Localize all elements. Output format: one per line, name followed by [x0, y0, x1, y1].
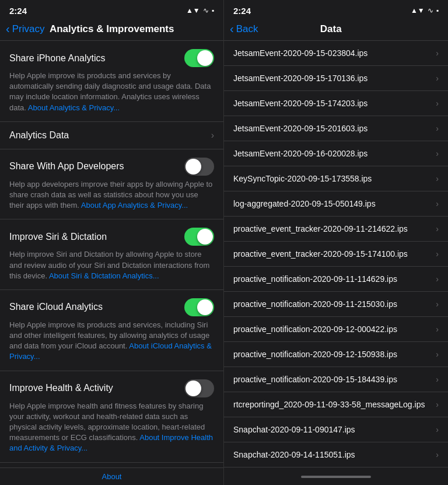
file-item[interactable]: proactive_event_tracker-2020-09-11-21462… [224, 217, 448, 242]
file-item[interactable]: JetsamEvent-2020-09-15-023804.ips› [224, 41, 448, 66]
toggle-knob-siri [197, 229, 213, 245]
status-bar-left: 2:24 ▲▼ ∿ ▪ [0, 0, 223, 19]
file-item[interactable]: rtcreportingd_2020-09-11-09-33-58_messag… [224, 392, 448, 417]
file-name: proactive_event_tracker-2020-09-15-17410… [233, 249, 431, 259]
file-chevron-icon: › [436, 48, 439, 58]
back-chevron-left: ‹ [6, 22, 10, 36]
battery-icon: ▪ [212, 6, 214, 15]
setting-improve-siri: Improve Siri & Dictation Help improve Si… [0, 219, 223, 290]
time-right: 2:24 [233, 6, 251, 16]
setting-label-analytics-data: Analytics Data [9, 130, 69, 141]
right-nav-title: Data [258, 23, 404, 35]
setting-health-activity: Improve Health & Activity Help Apple imp… [0, 371, 223, 463]
file-item[interactable]: JetsamEvent-2020-09-15-201603.ips› [224, 116, 448, 141]
file-name: proactive_notification-2020-09-12-000422… [233, 325, 431, 334]
toggle-siri[interactable] [184, 228, 214, 246]
wifi-icon-right: ∿ [428, 6, 433, 15]
file-item[interactable]: proactive_notification-2020-09-11-114629… [224, 267, 448, 292]
setting-analytics-data[interactable]: Analytics Data › [0, 122, 223, 149]
file-item[interactable]: log-aggregated-2020-09-15-050149.ips› [224, 191, 448, 217]
file-list: JetsamEvent-2020-09-15-023804.ips›Jetsam… [224, 41, 448, 469]
file-item[interactable]: proactive_event_tracker-2020-09-15-17410… [224, 242, 448, 267]
link-analytics-privacy[interactable]: About Analytics & Privacy... [28, 103, 120, 112]
file-chevron-icon: › [436, 325, 439, 334]
file-name: JetsamEvent-2020-09-16-020028.ips [233, 149, 431, 158]
file-name: Snapchat-2020-09-14-115051.ips [233, 450, 431, 459]
right-panel: 2:24 ▲▼ ∿ ▪ ‹ Back Data JetsamEvent-2020… [224, 0, 448, 485]
status-icons-left: ▲▼ ∿ ▪ [186, 6, 214, 15]
toggle-app-dev[interactable] [184, 158, 214, 176]
setting-label-icloud: Share iCloud Analytics [9, 302, 103, 312]
file-chevron-icon: › [436, 174, 439, 183]
toggle-icloud[interactable] [184, 298, 214, 316]
file-chevron-icon: › [436, 400, 439, 409]
back-chevron-right: ‹ [230, 22, 234, 36]
desc-health: Help Apple improve health and fitness fe… [9, 401, 214, 454]
settings-list: Share iPhone Analytics Help Apple improv… [0, 41, 223, 467]
bottom-bar-left: About [0, 467, 223, 485]
file-chevron-icon: › [436, 450, 439, 459]
toggle-health[interactable] [184, 379, 214, 397]
file-item[interactable]: JetsamEvent-2020-09-15-174203.ips› [224, 91, 448, 116]
file-item[interactable]: Snapchat-2020-09-11-090147.ips› [224, 417, 448, 442]
status-bar-right: 2:24 ▲▼ ∿ ▪ [224, 0, 448, 19]
home-bar [301, 476, 371, 478]
about-link[interactable]: About [102, 472, 122, 481]
status-icons-right: ▲▼ ∿ ▪ [411, 6, 439, 15]
nav-bar-left: ‹ Privacy Analytics & Improvements [0, 19, 223, 41]
left-nav-title: Analytics & Improvements [44, 23, 179, 35]
setting-share-iphone-analytics: Share iPhone Analytics Help Apple improv… [0, 41, 223, 122]
file-name: JetsamEvent-2020-09-15-023804.ips [233, 48, 431, 58]
wifi-icon: ∿ [203, 6, 209, 15]
setting-share-app-developers: Share With App Developers Help app devel… [0, 149, 223, 220]
file-item[interactable]: proactive_notification-2020-09-12-000422… [224, 317, 448, 342]
link-health-privacy[interactable]: About Improve Health and Activity & Priv… [9, 433, 213, 452]
file-name: JetsamEvent-2020-09-15-201603.ips [233, 124, 431, 133]
back-label-left: Privacy [12, 23, 45, 35]
file-item[interactable]: JetsamEvent-2020-09-16-020028.ips› [224, 141, 448, 166]
file-item[interactable]: proactive_notification-2020-09-11-215030… [224, 292, 448, 317]
file-chevron-icon: › [436, 124, 439, 133]
arrow-analytics-data: › [211, 130, 214, 141]
file-chevron-icon: › [436, 199, 439, 208]
back-button-right[interactable]: ‹ Back [230, 22, 258, 36]
back-button-left[interactable]: ‹ Privacy [6, 22, 44, 36]
file-item[interactable]: proactive_notification-2020-09-12-150938… [224, 342, 448, 367]
file-chevron-icon: › [436, 274, 439, 284]
desc-siri: Help improve Siri and Dictation by allow… [9, 249, 214, 281]
file-chevron-icon: › [436, 149, 439, 158]
link-icloud-analytics[interactable]: About iCloud Analytics & Privacy... [9, 341, 212, 361]
file-chevron-icon: › [436, 249, 439, 259]
signal-icon-right: ▲▼ [411, 6, 425, 15]
battery-icon-right: ▪ [436, 6, 439, 15]
setting-label-share-iphone: Share iPhone Analytics [9, 53, 106, 64]
setting-label-siri: Improve Siri & Dictation [9, 232, 107, 242]
toggle-knob-share-iphone [197, 50, 213, 66]
setting-health-records: Improve Health Records Help Apple improv… [0, 463, 223, 467]
file-item[interactable]: JetsamEvent-2020-09-15-170136.ips› [224, 66, 448, 91]
desc-share-iphone: Help Apple improve its products and serv… [9, 71, 214, 113]
file-name: Snapchat-2020-09-11-090147.ips [233, 425, 431, 434]
link-siri-analytics[interactable]: About Siri & Dictation Analytics... [49, 271, 159, 280]
file-name: JetsamEvent-2020-09-15-170136.ips [233, 74, 431, 83]
file-name: proactive_notification-2020-09-15-184439… [233, 375, 431, 384]
toggle-knob-icloud [197, 299, 213, 315]
file-name: KeySyncTopic-2020-09-15-173558.ips [233, 174, 431, 183]
setting-label-health: Improve Health & Activity [9, 383, 113, 393]
desc-app-dev: Help app developers improve their apps b… [9, 179, 214, 211]
file-item[interactable]: KeySyncTopic-2020-09-15-173558.ips› [224, 166, 448, 191]
file-item[interactable]: Snapchat-2020-09-14-115051.ips› [224, 442, 448, 467]
file-name: proactive_notification-2020-09-11-114629… [233, 274, 431, 284]
left-panel: 2:24 ▲▼ ∿ ▪ ‹ Privacy Analytics & Improv… [0, 0, 224, 485]
back-label-right: Back [236, 23, 258, 35]
signal-icon: ▲▼ [186, 6, 200, 15]
file-chevron-icon: › [436, 425, 439, 434]
file-name: rtcreportingd_2020-09-11-09-33-58_messag… [233, 400, 431, 409]
toggle-share-iphone[interactable] [184, 49, 214, 67]
toggle-knob-app-dev [186, 159, 201, 175]
file-item[interactable]: proactive_notification-2020-09-15-184439… [224, 367, 448, 392]
file-chevron-icon: › [436, 375, 439, 384]
file-name: proactive_notification-2020-09-12-150938… [233, 350, 431, 359]
desc-icloud: Help Apple improve its products and serv… [9, 320, 214, 362]
link-app-analytics-privacy[interactable]: About App Analytics & Privacy... [81, 201, 188, 210]
